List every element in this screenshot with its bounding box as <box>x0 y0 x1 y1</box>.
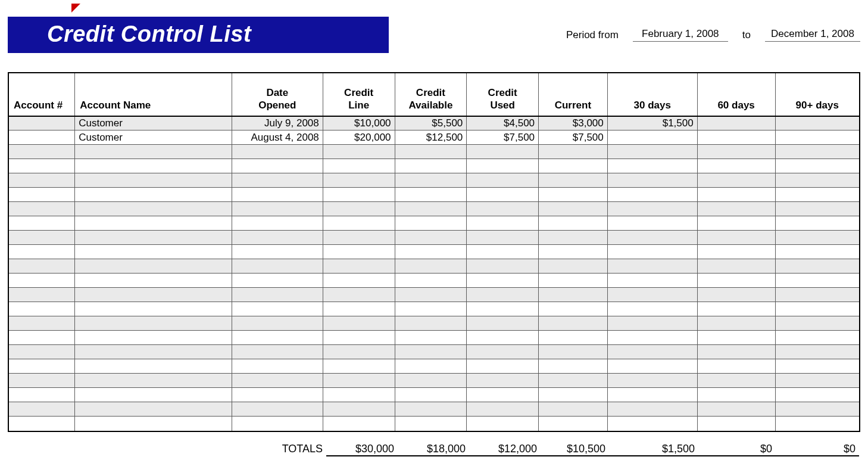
cell-current[interactable]: $7,500 <box>539 130 608 145</box>
cell-account-no[interactable] <box>9 288 75 302</box>
cell-account-name[interactable] <box>75 402 232 417</box>
cell-date-opened[interactable] <box>232 374 323 388</box>
cell-date-opened[interactable] <box>232 359 323 374</box>
cell-60-days[interactable] <box>697 402 775 417</box>
cell-account-name[interactable]: Customer <box>75 130 232 145</box>
cell-account-name[interactable] <box>75 388 232 402</box>
cell-current[interactable] <box>539 188 608 202</box>
cell-90-days[interactable] <box>775 145 859 159</box>
cell-60-days[interactable] <box>697 245 775 259</box>
cell-credit-used[interactable] <box>467 188 539 202</box>
cell-credit-line[interactable] <box>323 374 395 388</box>
cell-current[interactable] <box>539 288 608 302</box>
cell-60-days[interactable] <box>697 216 775 231</box>
cell-current[interactable] <box>539 302 608 316</box>
cell-credit-available[interactable] <box>395 331 467 345</box>
cell-credit-used[interactable] <box>467 417 539 431</box>
cell-account-no[interactable] <box>9 159 75 173</box>
cell-current[interactable] <box>539 245 608 259</box>
cell-60-days[interactable] <box>697 159 775 173</box>
cell-90-days[interactable] <box>775 417 859 431</box>
cell-current[interactable] <box>539 231 608 245</box>
cell-account-no[interactable] <box>9 173 75 188</box>
cell-account-name[interactable] <box>75 245 232 259</box>
cell-90-days[interactable] <box>775 231 859 245</box>
cell-account-name[interactable]: Customer <box>75 116 232 130</box>
cell-60-days[interactable] <box>697 288 775 302</box>
cell-credit-used[interactable] <box>467 374 539 388</box>
cell-date-opened[interactable] <box>232 145 323 159</box>
cell-credit-line[interactable] <box>323 302 395 316</box>
cell-credit-line[interactable] <box>323 188 395 202</box>
cell-90-days[interactable] <box>775 388 859 402</box>
cell-60-days[interactable] <box>697 188 775 202</box>
cell-90-days[interactable] <box>775 159 859 173</box>
cell-credit-available[interactable] <box>395 188 467 202</box>
cell-current[interactable] <box>539 259 608 274</box>
cell-60-days[interactable] <box>697 116 775 130</box>
cell-current[interactable] <box>539 374 608 388</box>
cell-credit-available[interactable] <box>395 402 467 417</box>
cell-account-name[interactable] <box>75 302 232 316</box>
cell-date-opened[interactable] <box>232 159 323 173</box>
cell-date-opened[interactable] <box>232 417 323 431</box>
cell-30-days[interactable] <box>607 216 697 231</box>
cell-account-no[interactable] <box>9 417 75 431</box>
cell-account-no[interactable] <box>9 374 75 388</box>
cell-date-opened[interactable] <box>232 288 323 302</box>
cell-credit-available[interactable] <box>395 145 467 159</box>
cell-credit-line[interactable] <box>323 345 395 359</box>
cell-90-days[interactable] <box>775 202 859 216</box>
cell-date-opened[interactable] <box>232 331 323 345</box>
cell-credit-line[interactable] <box>323 145 395 159</box>
cell-current[interactable] <box>539 417 608 431</box>
cell-date-opened[interactable] <box>232 173 323 188</box>
cell-credit-available[interactable] <box>395 417 467 431</box>
cell-account-no[interactable] <box>9 130 75 145</box>
cell-credit-available[interactable] <box>395 159 467 173</box>
cell-credit-used[interactable]: $7,500 <box>467 130 539 145</box>
cell-30-days[interactable] <box>607 316 697 331</box>
cell-account-name[interactable] <box>75 145 232 159</box>
cell-current[interactable]: $3,000 <box>539 116 608 130</box>
cell-60-days[interactable] <box>697 302 775 316</box>
cell-90-days[interactable] <box>775 402 859 417</box>
cell-credit-used[interactable] <box>467 274 539 288</box>
cell-30-days[interactable] <box>607 259 697 274</box>
cell-credit-available[interactable] <box>395 302 467 316</box>
cell-90-days[interactable] <box>775 130 859 145</box>
cell-credit-line[interactable] <box>323 359 395 374</box>
cell-account-name[interactable] <box>75 316 232 331</box>
cell-credit-available[interactable] <box>395 345 467 359</box>
cell-60-days[interactable] <box>697 374 775 388</box>
cell-credit-available[interactable] <box>395 202 467 216</box>
cell-date-opened[interactable] <box>232 202 323 216</box>
cell-credit-available[interactable] <box>395 245 467 259</box>
cell-credit-line[interactable] <box>323 388 395 402</box>
cell-credit-used[interactable] <box>467 245 539 259</box>
cell-credit-used[interactable] <box>467 359 539 374</box>
cell-date-opened[interactable] <box>232 259 323 274</box>
cell-account-name[interactable] <box>75 359 232 374</box>
cell-credit-available[interactable] <box>395 288 467 302</box>
cell-credit-used[interactable] <box>467 231 539 245</box>
cell-account-no[interactable] <box>9 116 75 130</box>
cell-90-days[interactable] <box>775 345 859 359</box>
cell-date-opened[interactable] <box>232 302 323 316</box>
cell-current[interactable] <box>539 159 608 173</box>
cell-credit-line[interactable] <box>323 159 395 173</box>
cell-account-name[interactable] <box>75 216 232 231</box>
cell-date-opened[interactable] <box>232 402 323 417</box>
cell-account-no[interactable] <box>9 216 75 231</box>
cell-60-days[interactable] <box>697 359 775 374</box>
cell-60-days[interactable] <box>697 259 775 274</box>
cell-30-days[interactable] <box>607 145 697 159</box>
cell-30-days[interactable] <box>607 288 697 302</box>
cell-current[interactable] <box>539 359 608 374</box>
cell-account-name[interactable] <box>75 288 232 302</box>
cell-60-days[interactable] <box>697 345 775 359</box>
cell-date-opened[interactable] <box>232 345 323 359</box>
cell-credit-available[interactable] <box>395 274 467 288</box>
cell-account-no[interactable] <box>9 331 75 345</box>
cell-current[interactable] <box>539 173 608 188</box>
